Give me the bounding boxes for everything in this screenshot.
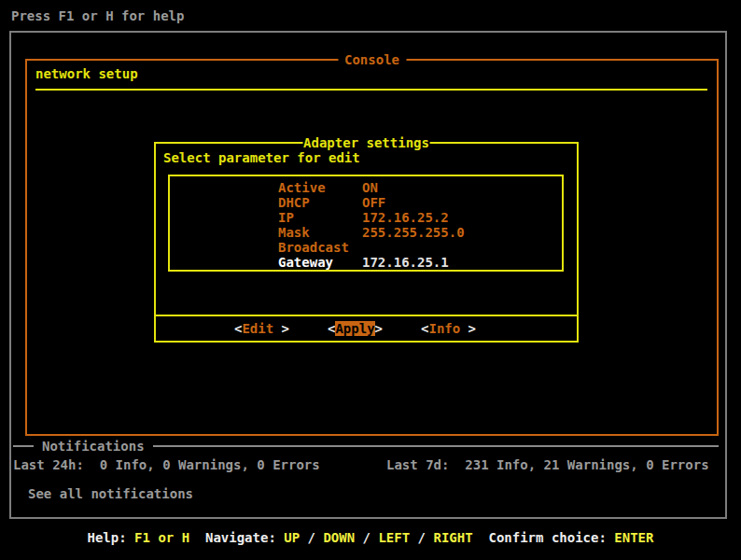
nav-key-separator: / <box>300 530 323 545</box>
navigate-label: Navigate: <box>189 530 284 545</box>
param-label: Broadcast <box>278 240 362 255</box>
bracket-right: > <box>375 321 383 336</box>
param-row-broadcast[interactable]: Broadcast <box>278 240 562 255</box>
param-value: ON <box>362 180 378 195</box>
param-row-gateway[interactable]: Gateway 172.16.25.1 <box>278 255 562 270</box>
apply-button[interactable]: <Apply> <box>328 321 383 336</box>
help-bar: Help: F1 or H Navigate: UP / DOWN / LEFT… <box>0 530 741 545</box>
param-row-dhcp[interactable]: DHCP OFF <box>278 195 562 210</box>
bracket-right: > <box>273 321 289 336</box>
apply-button-label: Apply <box>335 321 374 336</box>
notifications-section-header: Notifications <box>13 439 719 454</box>
param-row-ip[interactable]: IP 172.16.25.2 <box>278 210 562 225</box>
nav-key-separator: / <box>355 530 378 545</box>
notifications-title: Notifications <box>34 439 153 454</box>
param-row-mask[interactable]: Mask 255.255.255.0 <box>278 225 562 240</box>
confirm-choice-label: Confirm choice: <box>473 530 615 545</box>
adapter-params-list: Active ON DHCP OFF IP 172.16.25.2 Mask 2… <box>168 175 564 272</box>
confirm-key-enter: ENTER <box>614 530 653 545</box>
page-title: network setup <box>35 66 138 81</box>
notifications-last24h: Last 24h: 0 Info, 0 Warnings, 0 Errors <box>13 457 320 472</box>
param-value: 172.16.25.1 <box>362 255 449 270</box>
see-all-notifications-link[interactable]: See all notifications <box>28 486 193 501</box>
help-hint-text: Press F1 or H for help <box>11 8 184 23</box>
nav-key-up: UP <box>284 530 300 545</box>
title-underline-divider <box>35 89 707 91</box>
info-button[interactable]: <Info > <box>421 321 476 336</box>
param-row-active[interactable]: Active ON <box>278 180 562 195</box>
param-label: IP <box>278 210 362 225</box>
dialog-button-bar: <Edit > <Apply> <Info > <box>156 315 577 341</box>
bracket-right: > <box>460 321 476 336</box>
notifications-rule-left <box>13 445 34 447</box>
nav-key-separator: / <box>410 530 433 545</box>
info-button-label: Info <box>428 321 460 336</box>
help-key-f1-h: F1 or H <box>134 530 189 545</box>
nav-key-right: RIGHT <box>433 530 472 545</box>
adapter-settings-dialog: Adapter settings Select parameter for ed… <box>154 142 579 343</box>
edit-button-label: Edit <box>242 321 273 336</box>
param-label: DHCP <box>278 195 362 210</box>
console-screen: Press F1 or H for help Console network s… <box>0 0 741 560</box>
adapter-dialog-subtitle: Select parameter for edit <box>163 150 360 165</box>
param-label: Gateway <box>278 255 362 270</box>
param-value: 255.255.255.0 <box>362 225 465 240</box>
param-value: OFF <box>362 195 385 210</box>
param-label: Mask <box>278 225 362 240</box>
notifications-last7d: Last 7d: 231 Info, 21 Warnings, 0 Errors <box>386 457 709 472</box>
help-bar-label: Help: <box>88 530 135 545</box>
adapter-dialog-title: Adapter settings <box>302 135 430 150</box>
nav-key-left: LEFT <box>378 530 410 545</box>
param-value: 172.16.25.2 <box>362 210 449 225</box>
console-panel-title: Console <box>338 52 406 67</box>
nav-key-down: DOWN <box>323 530 355 545</box>
console-panel: Console network setup Adapter settings S… <box>25 59 719 436</box>
notifications-rule-right <box>153 445 719 447</box>
param-label: Active <box>278 180 362 195</box>
edit-button[interactable]: <Edit > <box>234 321 289 336</box>
